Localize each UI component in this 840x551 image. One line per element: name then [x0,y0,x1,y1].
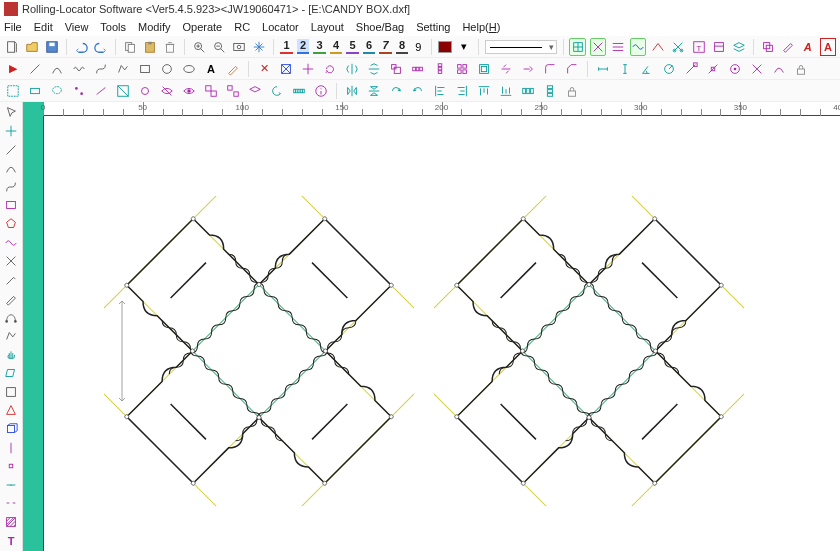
show-icon[interactable] [180,82,198,100]
mirror2-icon[interactable] [2,439,20,456]
rot90-icon[interactable] [387,82,405,100]
box-a-icon[interactable]: A [820,38,836,56]
flip-h-icon[interactable] [343,82,361,100]
dim-ang-icon[interactable] [638,60,656,78]
zoom-in-icon[interactable] [191,38,207,56]
inv-icon[interactable] [114,82,132,100]
menu-tools[interactable]: Tools [100,21,126,33]
color-dropdown-icon[interactable]: ▾ [456,38,472,56]
play-icon[interactable]: ▶ [4,60,22,78]
layer-6[interactable]: 6 [363,39,375,54]
dim-h-icon[interactable] [594,60,612,78]
array-h-icon[interactable] [409,60,427,78]
redo-icon[interactable] [93,38,109,56]
layer-9[interactable]: 9 [412,41,424,53]
text-a-icon[interactable]: A [202,60,220,78]
menu-operate[interactable]: Operate [182,21,222,33]
align-b-icon[interactable] [497,82,515,100]
snap-end-icon[interactable] [682,60,700,78]
hand-icon[interactable] [2,346,20,363]
layer-3[interactable]: 3 [313,39,325,54]
delete-icon[interactable] [162,38,178,56]
color-swatch[interactable] [438,41,452,53]
menu-edit[interactable]: Edit [34,21,53,33]
menu-view[interactable]: View [65,21,89,33]
layer-1[interactable]: 1 [280,39,292,54]
offset-icon[interactable] [475,60,493,78]
lock-icon[interactable] [792,60,810,78]
poly-tool-icon[interactable] [114,60,132,78]
cut-icon[interactable] [2,253,20,270]
align-t-icon[interactable] [475,82,493,100]
node-icon[interactable] [2,458,20,475]
scale-tool-icon[interactable] [387,60,405,78]
array-grid-icon[interactable] [453,60,471,78]
move-tool2-icon[interactable] [2,123,20,140]
sel-lasso-icon[interactable] [48,82,66,100]
scissors-icon[interactable] [670,38,686,56]
layer-8[interactable]: 8 [396,39,408,54]
zoom-out-icon[interactable] [211,38,227,56]
info-icon[interactable] [312,82,330,100]
copy-icon[interactable] [122,38,138,56]
text2-icon[interactable]: T [2,532,20,549]
align-l-icon[interactable] [431,82,449,100]
dup-icon[interactable] [760,38,776,56]
menu-setting[interactable]: Setting [416,21,450,33]
hide-icon[interactable] [158,82,176,100]
save-icon[interactable] [44,38,60,56]
dim-v-icon[interactable] [616,60,634,78]
path2-icon[interactable] [770,60,788,78]
group-icon[interactable] [202,82,220,100]
menu-layout[interactable]: Layout [311,21,344,33]
box2-icon[interactable] [2,421,20,438]
menu-locator[interactable]: Locator [262,21,299,33]
undo-icon[interactable] [73,38,89,56]
paste-icon[interactable] [142,38,158,56]
layer-panel-icon[interactable] [731,38,747,56]
chamfer-icon[interactable] [563,60,581,78]
rotm90-icon[interactable] [409,82,427,100]
move-tool-icon[interactable] [299,60,317,78]
menu-help[interactable]: Help(H) [462,21,500,33]
path3-icon[interactable] [2,328,20,345]
paint-icon[interactable] [780,38,796,56]
sel-rect-icon[interactable] [26,82,44,100]
circle-tool-icon[interactable] [158,60,176,78]
lock2-icon[interactable] [563,82,581,100]
trim-icon[interactable] [497,60,515,78]
pointer-tool-icon[interactable] [2,104,20,121]
snap-cen-icon[interactable] [726,60,744,78]
menu-rc[interactable]: RC [234,21,250,33]
arc-tool-icon[interactable] [48,60,66,78]
layer-7[interactable]: 7 [379,39,391,54]
menu-file[interactable]: File [4,21,22,33]
tri-icon[interactable] [2,402,20,419]
rotate-tool-icon[interactable] [321,60,339,78]
x-blue-icon[interactable] [277,60,295,78]
break-icon[interactable] [2,495,20,512]
align-r-icon[interactable] [453,82,471,100]
ungroup-icon[interactable] [224,82,242,100]
del-x-icon[interactable]: ✕ [255,60,273,78]
path-icon[interactable] [650,38,666,56]
join-icon[interactable] [2,477,20,494]
dim-r-icon[interactable] [660,60,678,78]
snap-int-icon[interactable] [748,60,766,78]
snap-icon[interactable] [590,38,606,56]
dist-v-icon[interactable] [541,82,559,100]
font-icon[interactable]: A [800,38,816,56]
layer-5[interactable]: 5 [346,39,358,54]
sel-all-icon[interactable] [4,82,22,100]
palette-icon[interactable] [268,82,286,100]
ellipse-tool-icon[interactable] [180,60,198,78]
text-icon[interactable]: T [691,38,707,56]
fillet-icon[interactable] [541,60,559,78]
sel-pt-icon[interactable] [70,82,88,100]
shear-icon[interactable] [2,365,20,382]
zoom-fit-icon[interactable] [231,38,247,56]
wave-tool-icon[interactable] [70,60,88,78]
layer-4[interactable]: 4 [330,39,342,54]
hatch-icon[interactable] [2,514,20,531]
grid-icon[interactable] [569,38,585,56]
